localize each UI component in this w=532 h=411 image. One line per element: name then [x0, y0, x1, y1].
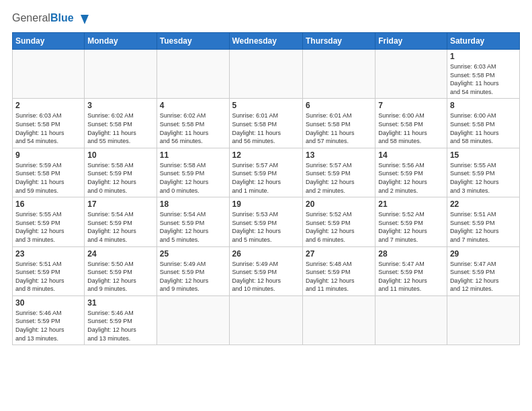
- logo-blue: Blue: [50, 12, 74, 24]
- calendar-cell: 30Sunrise: 5:46 AM Sunset: 5:59 PM Dayli…: [13, 295, 85, 345]
- day-info: Sunrise: 5:51 AM Sunset: 5:59 PM Dayligh…: [15, 260, 81, 293]
- day-number: 22: [450, 199, 517, 209]
- calendar-cell: 24Sunrise: 5:50 AM Sunset: 5:59 PM Dayli…: [85, 246, 157, 295]
- day-info: Sunrise: 6:00 AM Sunset: 5:58 PM Dayligh…: [378, 111, 444, 145]
- calendar-cell: 5Sunrise: 6:01 AM Sunset: 5:58 PM Daylig…: [229, 99, 302, 148]
- day-number: 2: [15, 101, 81, 110]
- day-number: 18: [160, 199, 226, 209]
- day-number: 10: [87, 150, 153, 160]
- day-info: Sunrise: 5:48 AM Sunset: 5:59 PM Dayligh…: [306, 260, 372, 293]
- calendar-cell: 31Sunrise: 5:46 AM Sunset: 5:59 PM Dayli…: [85, 295, 157, 345]
- weekday-header-saturday: Saturday: [447, 33, 519, 50]
- day-info: Sunrise: 5:52 AM Sunset: 5:59 PM Dayligh…: [306, 210, 372, 244]
- day-info: Sunrise: 5:53 AM Sunset: 5:59 PM Dayligh…: [232, 210, 300, 244]
- calendar-cell: 28Sunrise: 5:47 AM Sunset: 5:59 PM Dayli…: [375, 246, 447, 295]
- calendar-cell: 21Sunrise: 5:52 AM Sunset: 5:59 PM Dayli…: [375, 197, 447, 246]
- day-number: 9: [15, 150, 81, 160]
- weekday-header-thursday: Thursday: [302, 33, 375, 50]
- calendar-cell: 4Sunrise: 6:02 AM Sunset: 5:58 PM Daylig…: [157, 99, 229, 148]
- calendar-cell: [375, 295, 447, 345]
- day-number: 4: [160, 101, 226, 110]
- calendar-cell: 17Sunrise: 5:54 AM Sunset: 5:59 PM Dayli…: [85, 197, 157, 246]
- day-number: 28: [378, 249, 444, 259]
- day-info: Sunrise: 5:55 AM Sunset: 5:59 PM Dayligh…: [450, 161, 517, 195]
- day-number: 26: [232, 249, 300, 259]
- day-info: Sunrise: 6:03 AM Sunset: 5:58 PM Dayligh…: [15, 111, 81, 145]
- calendar-cell: 19Sunrise: 5:53 AM Sunset: 5:59 PM Dayli…: [229, 197, 302, 246]
- calendar-cell: [229, 50, 302, 99]
- day-number: 7: [378, 101, 444, 110]
- calendar-cell: [13, 50, 85, 99]
- weekday-header-wednesday: Wednesday: [229, 33, 302, 50]
- day-info: Sunrise: 5:57 AM Sunset: 5:59 PM Dayligh…: [232, 161, 300, 195]
- day-number: 31: [87, 298, 153, 308]
- day-number: 15: [450, 150, 517, 160]
- day-number: 25: [160, 249, 226, 259]
- day-info: Sunrise: 5:52 AM Sunset: 5:59 PM Dayligh…: [378, 210, 444, 244]
- day-number: 20: [306, 199, 372, 209]
- page-header: GeneralBlue: [12, 12, 520, 26]
- day-info: Sunrise: 5:57 AM Sunset: 5:59 PM Dayligh…: [306, 161, 372, 195]
- calendar-cell: 18Sunrise: 5:54 AM Sunset: 5:59 PM Dayli…: [157, 197, 229, 246]
- day-info: Sunrise: 5:51 AM Sunset: 5:59 PM Dayligh…: [450, 210, 517, 244]
- day-info: Sunrise: 6:03 AM Sunset: 5:58 PM Dayligh…: [450, 62, 517, 96]
- day-info: Sunrise: 5:58 AM Sunset: 5:59 PM Dayligh…: [160, 161, 226, 195]
- calendar-cell: [302, 295, 375, 345]
- day-number: 11: [160, 150, 226, 160]
- day-info: Sunrise: 5:54 AM Sunset: 5:59 PM Dayligh…: [87, 210, 153, 244]
- day-info: Sunrise: 5:58 AM Sunset: 5:59 PM Dayligh…: [87, 161, 153, 195]
- calendar-cell: 8Sunrise: 6:00 AM Sunset: 5:58 PM Daylig…: [447, 99, 519, 148]
- calendar-cell: 22Sunrise: 5:51 AM Sunset: 5:59 PM Dayli…: [447, 197, 519, 246]
- calendar-cell: 15Sunrise: 5:55 AM Sunset: 5:59 PM Dayli…: [447, 148, 519, 197]
- day-info: Sunrise: 5:46 AM Sunset: 5:59 PM Dayligh…: [87, 309, 153, 342]
- calendar-cell: 27Sunrise: 5:48 AM Sunset: 5:59 PM Dayli…: [302, 246, 375, 295]
- day-info: Sunrise: 6:02 AM Sunset: 5:58 PM Dayligh…: [160, 111, 226, 145]
- day-number: 29: [450, 249, 517, 259]
- day-number: 13: [306, 150, 372, 160]
- day-info: Sunrise: 6:00 AM Sunset: 5:58 PM Dayligh…: [450, 111, 517, 145]
- calendar-cell: 2Sunrise: 6:03 AM Sunset: 5:58 PM Daylig…: [13, 99, 85, 148]
- day-number: 27: [306, 249, 372, 259]
- day-number: 14: [378, 150, 444, 160]
- day-number: 23: [15, 249, 81, 259]
- weekday-header-monday: Monday: [85, 33, 157, 50]
- calendar-cell: 25Sunrise: 5:49 AM Sunset: 5:59 PM Dayli…: [157, 246, 229, 295]
- day-info: Sunrise: 5:49 AM Sunset: 5:59 PM Dayligh…: [160, 260, 226, 293]
- calendar-cell: 7Sunrise: 6:00 AM Sunset: 5:58 PM Daylig…: [375, 99, 447, 148]
- calendar-cell: 26Sunrise: 5:49 AM Sunset: 5:59 PM Dayli…: [229, 246, 302, 295]
- day-number: 12: [232, 150, 300, 160]
- weekday-header-sunday: Sunday: [13, 33, 85, 50]
- calendar-cell: [157, 295, 229, 345]
- calendar-cell: 16Sunrise: 5:55 AM Sunset: 5:59 PM Dayli…: [13, 197, 85, 246]
- day-number: 19: [232, 199, 300, 209]
- day-info: Sunrise: 6:02 AM Sunset: 5:58 PM Dayligh…: [87, 111, 153, 145]
- calendar-cell: 6Sunrise: 6:01 AM Sunset: 5:58 PM Daylig…: [302, 99, 375, 148]
- day-number: 17: [87, 199, 153, 209]
- logo-general: General: [12, 12, 50, 24]
- day-info: Sunrise: 5:47 AM Sunset: 5:59 PM Dayligh…: [450, 260, 517, 293]
- svg-marker-0: [81, 15, 89, 24]
- day-info: Sunrise: 5:50 AM Sunset: 5:59 PM Dayligh…: [87, 260, 153, 293]
- calendar-cell: 23Sunrise: 5:51 AM Sunset: 5:59 PM Dayli…: [13, 246, 85, 295]
- day-info: Sunrise: 5:54 AM Sunset: 5:59 PM Dayligh…: [160, 210, 226, 244]
- calendar-cell: [85, 50, 157, 99]
- day-number: 3: [87, 101, 153, 110]
- calendar-cell: 1Sunrise: 6:03 AM Sunset: 5:58 PM Daylig…: [447, 50, 519, 99]
- day-info: Sunrise: 5:47 AM Sunset: 5:59 PM Dayligh…: [378, 260, 444, 293]
- day-info: Sunrise: 5:55 AM Sunset: 5:59 PM Dayligh…: [15, 210, 81, 244]
- calendar-cell: 20Sunrise: 5:52 AM Sunset: 5:59 PM Dayli…: [302, 197, 375, 246]
- calendar-cell: 29Sunrise: 5:47 AM Sunset: 5:59 PM Dayli…: [447, 246, 519, 295]
- day-info: Sunrise: 5:56 AM Sunset: 5:59 PM Dayligh…: [378, 161, 444, 195]
- calendar-cell: 11Sunrise: 5:58 AM Sunset: 5:59 PM Dayli…: [157, 148, 229, 197]
- calendar-cell: 13Sunrise: 5:57 AM Sunset: 5:59 PM Dayli…: [302, 148, 375, 197]
- day-number: 16: [15, 199, 81, 209]
- day-number: 5: [232, 101, 300, 110]
- day-info: Sunrise: 5:59 AM Sunset: 5:58 PM Dayligh…: [15, 161, 81, 195]
- day-number: 24: [87, 249, 153, 259]
- weekday-header-tuesday: Tuesday: [157, 33, 229, 50]
- logo-triangle-icon: [78, 12, 91, 26]
- calendar-cell: [375, 50, 447, 99]
- calendar-cell: 3Sunrise: 6:02 AM Sunset: 5:58 PM Daylig…: [85, 99, 157, 148]
- calendar-cell: 10Sunrise: 5:58 AM Sunset: 5:59 PM Dayli…: [85, 148, 157, 197]
- day-info: Sunrise: 5:46 AM Sunset: 5:59 PM Dayligh…: [15, 309, 81, 342]
